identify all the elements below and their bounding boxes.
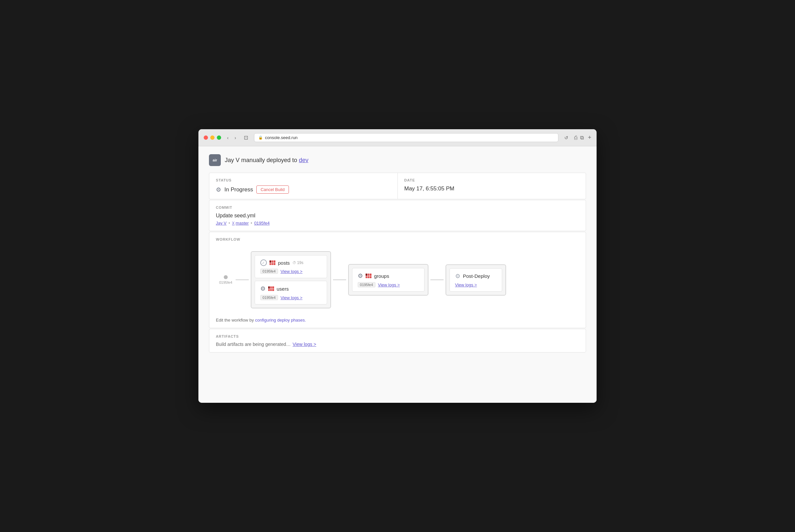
browser-actions: ⎙ ⧉ <box>574 135 584 141</box>
posts-hash: 0195fe4 <box>260 269 278 274</box>
service-card-posts: ✓ posts ⏱ <box>255 255 327 278</box>
status-gear-icon: ⚙ <box>216 186 221 193</box>
commit-branch-link[interactable]: ᚸ master <box>232 221 249 226</box>
status-content: ⚙ In Progress Cancel Build <box>216 186 391 194</box>
back-button[interactable]: ‹ <box>225 134 231 141</box>
posts-done-icon: ✓ <box>260 260 267 266</box>
groups-service-footer: 0195fe4 View logs > <box>358 282 419 287</box>
users-view-logs-link[interactable]: View logs > <box>281 295 303 300</box>
new-tab-button[interactable]: ⧉ <box>580 135 584 141</box>
commit-label: COMMIT <box>216 206 579 209</box>
users-service-name: users <box>277 286 289 292</box>
date-text: May 17, 6:55:05 PM <box>404 186 579 192</box>
groups-service-name: groups <box>374 273 389 279</box>
users-hash: 0195fe4 <box>260 295 278 300</box>
url-text: console.seed.run <box>265 135 297 140</box>
browser-window: ‹ › ⊡ 🔒 console.seed.run ↺ ⎙ ⧉ + air Jay… <box>199 129 596 403</box>
artifacts-section: ARTIFACTS Build artifacts are being gene… <box>209 329 586 353</box>
maximize-button[interactable] <box>217 135 221 140</box>
service-header-posts: ✓ posts ⏱ <box>260 260 321 266</box>
post-deploy-footer: View logs > <box>455 282 497 287</box>
minimize-button[interactable] <box>210 135 215 140</box>
nav-buttons: ‹ › <box>225 134 238 141</box>
close-button[interactable] <box>204 135 208 140</box>
page-header: air Jay V manually deployed to dev <box>209 154 586 166</box>
post-deploy-view-logs-link[interactable]: View logs > <box>455 282 477 287</box>
post-deploy-gear-icon: ⚙ <box>455 272 460 280</box>
forward-button[interactable]: › <box>233 134 238 141</box>
posts-table-icon <box>270 261 275 265</box>
commit-author-link[interactable]: Jay V <box>216 221 227 226</box>
workflow-start-node: 0195fe4 <box>219 275 232 284</box>
workflow-start-dot <box>224 275 228 279</box>
date-section: DATE May 17, 6:55:05 PM <box>398 173 586 199</box>
posts-service-footer: 0195fe4 View logs > <box>260 269 321 274</box>
cancel-build-button[interactable]: Cancel Build <box>256 186 289 194</box>
workflow-phase-3-group: ⚙ Post-Deploy View logs > <box>446 264 506 296</box>
workflow-connector-3 <box>430 280 444 280</box>
commit-dot-1: • <box>229 221 230 226</box>
address-bar[interactable]: 🔒 console.seed.run <box>254 133 558 142</box>
posts-timer: ⏱ 19s <box>293 261 303 265</box>
posts-service-name: posts <box>278 260 290 266</box>
plus-icon: + <box>588 134 591 141</box>
clock-icon: ⏱ <box>293 261 296 265</box>
workflow-section: WORKFLOW 0195fe4 ✓ <box>209 232 586 328</box>
workflow-start-hash: 0195fe4 <box>219 281 232 284</box>
users-gear-icon: ⚙ <box>260 285 265 292</box>
workflow-diagram: 0195fe4 ✓ <box>216 245 579 315</box>
status-text: In Progress <box>224 186 253 193</box>
refresh-button[interactable]: ↺ <box>562 134 570 141</box>
app-logo: air <box>209 154 221 166</box>
workflow-connector-2 <box>333 280 346 280</box>
service-header-groups: ⚙ groups <box>358 272 419 280</box>
browser-content: air Jay V manually deployed to dev STATU… <box>199 146 596 403</box>
branch-icon: ᚸ <box>232 221 235 226</box>
workflow-label: WORKFLOW <box>216 238 579 241</box>
service-card-users: ⚙ users 0195fe <box>255 281 327 304</box>
artifacts-text: Build artifacts are being generated… <box>216 342 291 347</box>
commit-message: Update seed.yml <box>216 213 579 218</box>
commit-section: COMMIT Update seed.yml Jay V • ᚸ master … <box>209 200 586 231</box>
dev-link[interactable]: dev <box>299 157 308 164</box>
workflow-phase-2-group: ⚙ groups 0195f <box>348 264 428 296</box>
commit-dot-2: • <box>251 221 253 226</box>
sidebar-toggle-button[interactable]: ⊡ <box>242 134 250 141</box>
service-header-users: ⚙ users <box>260 285 321 292</box>
service-card-groups: ⚙ groups 0195f <box>352 268 424 292</box>
configure-deploy-phases-link[interactable]: configuring deploy phases. <box>255 318 306 323</box>
workflow-phase-1-group: ✓ posts ⏱ <box>251 251 331 308</box>
groups-table-icon <box>366 273 371 278</box>
branch-name: master <box>236 221 249 226</box>
post-deploy-name: Post-Deploy <box>463 273 490 279</box>
share-button[interactable]: ⎙ <box>574 135 577 141</box>
users-table-icon <box>268 286 274 291</box>
date-label: DATE <box>404 178 579 182</box>
posts-view-logs-link[interactable]: View logs > <box>281 269 303 274</box>
browser-titlebar: ‹ › ⊡ 🔒 console.seed.run ↺ ⎙ ⧉ + <box>199 129 596 146</box>
workflow-connector-1 <box>236 280 249 280</box>
groups-view-logs-link[interactable]: View logs > <box>378 282 400 287</box>
page-title-prefix: Jay V manually deployed to <box>225 157 299 164</box>
lock-icon: 🔒 <box>258 135 263 140</box>
artifacts-view-logs-link[interactable]: View logs > <box>293 342 316 347</box>
page-title: Jay V manually deployed to dev <box>225 157 308 164</box>
traffic-lights <box>204 135 221 140</box>
artifacts-content: Build artifacts are being generated… Vie… <box>216 342 579 347</box>
users-service-footer: 0195fe4 View logs > <box>260 295 321 300</box>
status-section: STATUS ⚙ In Progress Cancel Build <box>209 173 398 199</box>
workflow-edit-text: Edit the workflow by configuring deploy … <box>216 318 579 323</box>
artifacts-label: ARTIFACTS <box>216 335 579 338</box>
post-deploy-header: ⚙ Post-Deploy <box>455 272 497 280</box>
groups-hash: 0195fe4 <box>358 282 375 287</box>
post-deploy-card: ⚙ Post-Deploy View logs > <box>449 268 502 292</box>
groups-gear-icon: ⚙ <box>358 272 363 280</box>
status-label: STATUS <box>216 178 391 182</box>
commit-hash-link[interactable]: 0195fe4 <box>254 221 270 226</box>
commit-meta: Jay V • ᚸ master • 0195fe4 <box>216 221 579 226</box>
status-date-row: STATUS ⚙ In Progress Cancel Build DATE M… <box>209 173 586 199</box>
